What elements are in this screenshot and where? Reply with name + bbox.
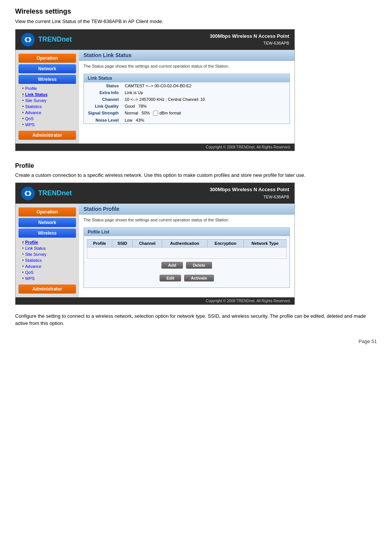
sidebar-item-statistics-1[interactable]: Statistics xyxy=(15,104,79,110)
row-value: CAMTEST <--> 00-C0-02-D4-B0-E2 xyxy=(122,82,290,89)
trendnet-wordmark-2: TRENDnet xyxy=(38,189,72,197)
col-encryption: Encryption xyxy=(208,239,243,247)
profile-table: Profile SSID Channel Authentication Encr… xyxy=(87,239,287,259)
col-channel: Channel xyxy=(133,239,162,247)
router-body-2: Operation Network Wireless Profile Link … xyxy=(15,204,294,297)
table-row: Extra Info Link is Up xyxy=(84,89,290,96)
main-content-1: Station Link Status The Status page show… xyxy=(79,50,294,144)
add-button[interactable]: Add xyxy=(161,262,183,269)
router-header-1: TRENDnet 300Mbps Wireless N Access Point… xyxy=(15,29,294,50)
svg-point-3 xyxy=(26,192,29,195)
row-label: Link Quality xyxy=(84,103,122,110)
network-btn-2[interactable]: Network xyxy=(19,218,76,227)
page-number: Page 51 xyxy=(15,339,377,344)
section1-desc: View the current Link Status of the TEW-… xyxy=(15,18,377,25)
sidebar-item-profile-1[interactable]: Profile xyxy=(15,85,79,91)
sidebar-item-linkstatus-2[interactable]: Link Status xyxy=(15,245,79,251)
trendnet-wordmark: TRENDnet xyxy=(38,36,72,43)
router-model-info-1: 300Mbps Wireless N Access Point TEW-638A… xyxy=(210,32,289,47)
row-label: Noise Level xyxy=(84,117,122,124)
trendnet-logo-icon-2 xyxy=(21,186,35,201)
col-ssid: SSID xyxy=(112,239,133,247)
row-value: Good 78% xyxy=(122,103,290,110)
row-value: Low 43% xyxy=(122,117,290,124)
row-value: 10 <--> 2457000 KHz ; Central Channel: 1… xyxy=(122,96,290,103)
model-id-2: TEW-638APB xyxy=(210,194,289,201)
admin-btn-1[interactable]: Administrator xyxy=(19,131,76,140)
table-row: Status CAMTEST <--> 00-C0-02-D4-B0-E2 xyxy=(84,82,290,89)
table-row-empty xyxy=(87,247,287,258)
profile-section: Profile Create a custom connection to a … xyxy=(15,162,377,327)
wireless-btn-2[interactable]: Wireless xyxy=(19,229,76,238)
dbm-checkbox[interactable]: dBm format xyxy=(153,111,181,116)
content-desc-1: The Status page shows the settings and c… xyxy=(79,61,294,71)
sidebar-item-linkstatus-1[interactable]: Link Status xyxy=(15,91,79,97)
operation-btn-2[interactable]: Operation xyxy=(19,207,76,216)
table-row: Channel 10 <--> 2457000 KHz ; Central Ch… xyxy=(84,96,290,103)
sidebar-item-statistics-2[interactable]: Statistics xyxy=(15,257,79,263)
profile-list-inner: Profile SSID Channel Authentication Encr… xyxy=(84,236,290,288)
wireless-settings-section: Wireless settings View the current Link … xyxy=(15,8,377,151)
profile-title: Profile xyxy=(15,162,377,169)
dbm-checkbox-input[interactable] xyxy=(153,111,158,116)
delete-button[interactable]: Delete xyxy=(186,262,212,269)
wireless-btn-1[interactable]: Wireless xyxy=(19,75,76,84)
admin-btn-2[interactable]: Administrator xyxy=(19,284,76,294)
row-label: Channel xyxy=(84,96,122,103)
profile-buttons: Add Delete xyxy=(87,259,287,272)
sidebar-item-sitesurvey-2[interactable]: Site Survey xyxy=(15,251,79,257)
profile-desc2: Configure the setting to connect to a wi… xyxy=(15,312,377,327)
sidebar-item-advance-1[interactable]: Advance xyxy=(15,110,79,116)
col-profile: Profile xyxy=(87,239,112,247)
sidebar-1: Operation Network Wireless Profile Link … xyxy=(15,50,79,144)
profile-buttons-2: Edit Activate xyxy=(87,272,287,284)
table-header-row: Profile SSID Channel Authentication Encr… xyxy=(87,239,287,247)
router-body-1: Operation Network Wireless Profile Link … xyxy=(15,50,294,144)
sidebar-item-advance-2[interactable]: Advance xyxy=(15,263,79,269)
row-label: Status xyxy=(84,82,122,89)
sidebar-2: Operation Network Wireless Profile Link … xyxy=(15,204,79,297)
col-network-type: Network Type xyxy=(243,239,286,247)
table-row: Signal Strength Normal 50% dBm format xyxy=(84,110,290,117)
edit-button[interactable]: Edit xyxy=(160,275,181,281)
content-title-1: Station Link Status xyxy=(79,50,294,61)
model-title-2: 300Mbps Wireless N Access Point xyxy=(210,186,289,194)
operation-btn-1[interactable]: Operation xyxy=(19,54,76,63)
router-footer-1: Copyright © 2008 TRENDnet. All Rights Re… xyxy=(15,144,294,151)
link-status-box: Link Status Status CAMTEST <--> 00-C0-02… xyxy=(84,74,290,124)
link-status-title: Link Status xyxy=(84,74,290,82)
signal-value: Normal 50% xyxy=(125,111,150,115)
router-ui-1: TRENDnet 300Mbps Wireless N Access Point… xyxy=(15,29,295,151)
sidebar-item-sitesurvey-1[interactable]: Site Survey xyxy=(15,97,79,104)
table-row: Link Quality Good 78% xyxy=(84,103,290,110)
wireless-menu-2: Profile Link Status Site Survey Statisti… xyxy=(15,239,79,281)
sidebar-item-profile-2[interactable]: Profile xyxy=(15,239,79,245)
model-id-1: TEW-638APB xyxy=(210,40,289,47)
trendnet-logo-icon xyxy=(21,32,35,47)
page-title: Wireless settings xyxy=(15,8,377,15)
profile-desc1: Create a custom connection to a specific… xyxy=(15,172,377,179)
main-content-2: Station Profile The Status page shows th… xyxy=(79,204,294,297)
row-value: Link is Up xyxy=(122,89,290,96)
dbm-label: dBm format xyxy=(160,111,181,115)
model-title-1: 300Mbps Wireless N Access Point xyxy=(210,32,289,40)
router-ui-2: TRENDnet 300Mbps Wireless N Access Point… xyxy=(15,182,295,305)
router-logo-1: TRENDnet xyxy=(21,32,72,47)
sidebar-item-wps-2[interactable]: WPS xyxy=(15,275,79,281)
link-status-table: Status CAMTEST <--> 00-C0-02-D4-B0-E2 Ex… xyxy=(84,82,290,124)
profile-list-title: Pofile List xyxy=(84,228,290,236)
sidebar-item-wps-1[interactable]: WPS xyxy=(15,122,79,128)
row-label: Extra Info xyxy=(84,89,122,96)
profile-list-box: Pofile List Profile SSID Channel Authent… xyxy=(84,227,290,288)
content-title-2: Station Profile xyxy=(79,204,294,215)
sidebar-item-qos-2[interactable]: QoS xyxy=(15,269,79,275)
row-label: Signal Strength xyxy=(84,110,122,117)
sidebar-item-qos-1[interactable]: QoS xyxy=(15,116,79,122)
network-btn-1[interactable]: Network xyxy=(19,64,76,73)
wireless-menu-1: Profile Link Status Site Survey Statisti… xyxy=(15,85,79,128)
activate-button[interactable]: Activate xyxy=(184,275,214,281)
signal-row: Normal 50% dBm format xyxy=(125,111,287,116)
col-auth: Authentication xyxy=(162,239,208,247)
router-footer-2: Copyright © 2008 TRENDnet. All Rights Re… xyxy=(15,297,294,305)
router-header-2: TRENDnet 300Mbps Wireless N Access Point… xyxy=(15,183,294,203)
